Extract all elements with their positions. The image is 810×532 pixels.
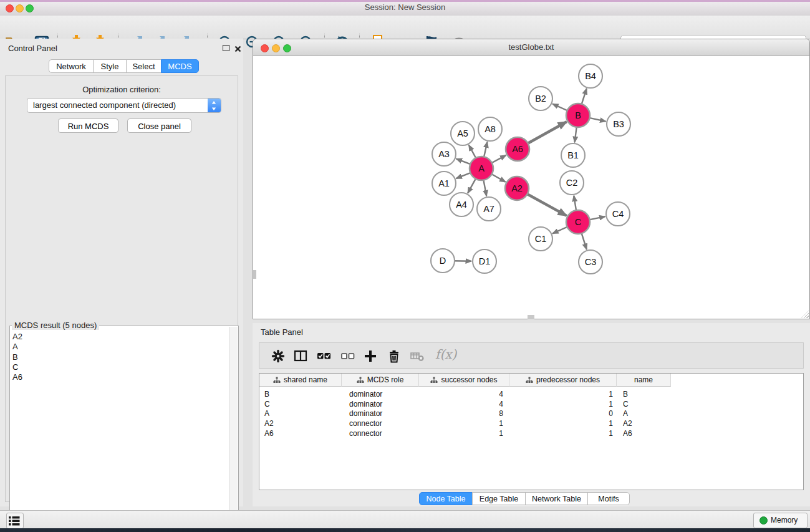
tab-select[interactable]: Select	[126, 59, 162, 73]
column-header-MCDS-role[interactable]: MCDS role	[342, 374, 419, 387]
tab-mcds[interactable]: MCDS	[161, 59, 199, 73]
column-header-shared-name[interactable]: shared name	[259, 374, 342, 387]
table-cell[interactable]: A	[259, 409, 342, 418]
mcds-result-item[interactable]: A2	[12, 332, 218, 342]
table-cell[interactable]: A	[617, 409, 671, 418]
table-row[interactable]: A6connector11A6	[259, 428, 803, 438]
deselect-all-icon[interactable]	[340, 349, 355, 364]
tab-motifs[interactable]: Motifs	[587, 492, 630, 505]
table-cell[interactable]: 4	[419, 400, 509, 409]
table-cell[interactable]: 1	[419, 429, 509, 438]
graph-edge-A2-C[interactable]	[526, 193, 567, 216]
graph-edge-C-C2[interactable]	[574, 196, 576, 211]
table-cell[interactable]: connector	[342, 429, 419, 438]
tab-node-table[interactable]: Node Table	[419, 492, 473, 505]
tab-edge-table[interactable]: Edge Table	[472, 492, 526, 505]
task-history-button[interactable]	[6, 513, 24, 529]
network-window-titlebar[interactable]: testGlobe.txt	[253, 39, 809, 56]
graph-node-label: A7	[483, 204, 494, 214]
mcds-result-item[interactable]: C	[12, 362, 218, 372]
node-table: shared nameMCDS rolesuccessor nodesprede…	[259, 373, 804, 490]
table-cell[interactable]: A6	[617, 429, 671, 438]
table-cell[interactable]: 1	[509, 429, 617, 438]
mcds-result-item[interactable]: A	[12, 342, 218, 352]
graph-edge-A-A4[interactable]	[468, 178, 476, 193]
table-cell[interactable]: 1	[419, 419, 509, 428]
column-type-icon	[357, 377, 364, 384]
mcds-tab-content: Optimization criterion: largest connecte…	[5, 75, 238, 502]
network-vertical-scroll-thumb[interactable]	[253, 270, 256, 279]
close-panel-icon[interactable]	[234, 46, 241, 52]
gear-icon[interactable]	[271, 349, 286, 364]
graph-edge-B-B3[interactable]	[589, 118, 606, 122]
graph-node-label: C1	[535, 234, 547, 244]
graph-edge-C-C1[interactable]	[552, 226, 568, 233]
delete-table-icon[interactable]	[410, 349, 425, 364]
tab-network[interactable]: Network	[49, 59, 94, 73]
table-cell[interactable]: B	[617, 390, 671, 399]
table-cell[interactable]: 0	[509, 409, 617, 418]
memory-button[interactable]: Memory	[753, 513, 808, 528]
column-header-label: MCDS role	[367, 375, 404, 384]
table-cell[interactable]: 4	[419, 390, 509, 399]
session-title: Session: New Session	[0, 2, 810, 12]
table-cell[interactable]: 8	[419, 409, 509, 418]
table-row[interactable]: Adominator80A	[259, 409, 803, 419]
graph-edge-B-B1[interactable]	[575, 126, 577, 142]
add-column-icon[interactable]	[363, 349, 378, 364]
graph-edge-A-A1[interactable]	[456, 172, 471, 178]
table-cell[interactable]: dominator	[342, 390, 419, 399]
float-panel-icon[interactable]	[223, 45, 229, 51]
graph-edge-A-A8[interactable]	[484, 142, 488, 158]
network-view[interactable]: B4B2BB3A8A5A6A3B1AA1C2A2A4A7C4CC1C3DD1	[253, 56, 809, 318]
column-header-name[interactable]: name	[617, 374, 671, 387]
mcds-result-item[interactable]: B	[12, 352, 218, 362]
graph-edge-B-B2[interactable]	[552, 104, 568, 111]
close-panel-button[interactable]: Close panel	[127, 118, 191, 133]
graph-edge-A-A6[interactable]	[491, 155, 506, 163]
tab-style[interactable]: Style	[93, 59, 127, 73]
network-graph[interactable]: B4B2BB3A8A5A6A3B1AA1C2A2A4A7C4CC1C3DD1	[253, 56, 809, 318]
graph-edge-C-C3[interactable]	[581, 232, 587, 249]
graph-edge-A-A2[interactable]	[491, 173, 506, 181]
network-horizontal-scroll-thumb[interactable]	[528, 315, 534, 319]
run-mcds-button[interactable]: Run MCDS	[58, 118, 118, 133]
result-scrollbar[interactable]	[229, 327, 238, 532]
column-type-icon	[273, 377, 281, 384]
graph-edge-A6-B[interactable]	[527, 122, 567, 144]
graph-node-label: B3	[613, 119, 624, 129]
graph-edge-A-A7[interactable]	[483, 179, 486, 196]
app-titlebar: Session: New Session	[0, 0, 810, 16]
function-builder-icon[interactable]: f(x)	[435, 347, 456, 362]
table-cell[interactable]: A2	[259, 419, 342, 428]
tab-network-table[interactable]: Network Table	[525, 492, 588, 505]
table-cell[interactable]: B	[259, 390, 342, 399]
table-cell[interactable]: A2	[617, 419, 671, 428]
select-all-icon[interactable]	[317, 349, 332, 364]
column-header-successor-nodes[interactable]: successor nodes	[419, 374, 509, 387]
table-row[interactable]: Cdominator41C	[259, 399, 803, 409]
graph-node-label: D	[440, 256, 446, 266]
mcds-result-item[interactable]: A6	[12, 372, 218, 382]
column-header-predecessor-nodes[interactable]: predecessor nodes	[509, 374, 617, 387]
graph-edge-C-C4[interactable]	[589, 216, 605, 220]
split-view-icon[interactable]	[293, 349, 308, 364]
table-cell[interactable]: 1	[509, 419, 617, 428]
delete-icon[interactable]	[387, 349, 402, 364]
table-cell[interactable]: C	[259, 400, 342, 409]
optimization-criterion-select[interactable]: largest connected component (directed)	[27, 98, 221, 113]
table-cell[interactable]: dominator	[342, 400, 419, 409]
table-cell[interactable]: A6	[259, 429, 342, 438]
table-cell[interactable]: dominator	[342, 409, 419, 418]
table-cell[interactable]: 1	[509, 400, 617, 409]
graph-edge-A-A5[interactable]	[469, 145, 476, 160]
network-window-title: testGlobe.txt	[253, 42, 809, 52]
main-toolbar	[0, 16, 810, 39]
table-row[interactable]: A2connector11A2	[259, 418, 803, 428]
table-row[interactable]: Bdominator41B	[259, 389, 803, 399]
graph-edge-B-B4[interactable]	[581, 89, 587, 105]
table-cell[interactable]: 1	[509, 390, 617, 399]
table-cell[interactable]: connector	[342, 419, 419, 428]
table-cell[interactable]: C	[617, 400, 671, 409]
graph-edge-A-A3[interactable]	[456, 159, 472, 165]
